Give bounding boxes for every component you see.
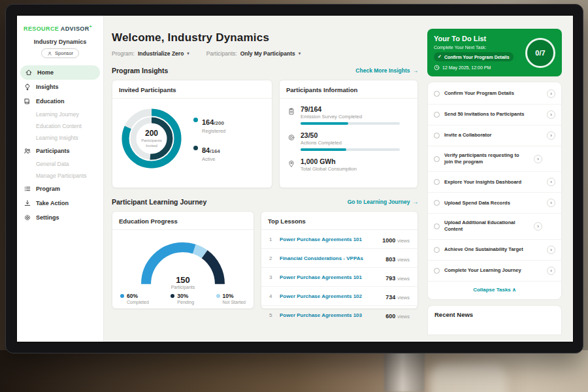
home-icon — [25, 69, 33, 76]
legend-dot — [193, 146, 198, 150]
chevron-right-icon[interactable]: › — [547, 199, 555, 207]
legend-not-started: 10%Not Started — [216, 293, 246, 304]
todo-subtitle: Complete Your Next Task: — [434, 45, 514, 50]
sidebar-item-learning-journey[interactable]: Learning Journey — [17, 108, 103, 120]
arrow-right-icon: → — [413, 67, 419, 74]
sidebar-item-participants[interactable]: Participants — [17, 144, 103, 158]
legend-pending: 30%Pending — [171, 293, 194, 304]
task-row-upload-spend-data[interactable]: Upload Spend Data Records › — [428, 193, 561, 214]
task-checkbox[interactable] — [434, 133, 440, 139]
task-row-send-invitations[interactable]: Send 50 Invitations to Participants › — [428, 105, 561, 125]
sidebar-item-label: Education — [36, 98, 65, 105]
program-insights-title: Program Insights — [112, 67, 168, 74]
info-row-actions: 23/50 Actions Completed — [287, 128, 410, 154]
sponsor-badge-label: Sponsor — [55, 50, 73, 56]
monitor-bezel: RESOURCE ADVISOR+ Industry Dynamics Spon… — [5, 4, 583, 353]
task-checkbox[interactable] — [434, 268, 440, 274]
task-checkbox[interactable] — [434, 91, 440, 97]
task-row-achieve-target[interactable]: Achieve One Sustainability Target › — [428, 240, 561, 261]
learning-journey-title: Participant Learning Journey — [112, 198, 206, 206]
task-row-upload-educational-content[interactable]: Upload Additional Educational Content › — [428, 214, 561, 239]
task-row-explore-insights[interactable]: Explore Your Insights Dashboard › — [428, 172, 561, 193]
card-title: Education Progress — [112, 212, 253, 230]
task-checkbox[interactable] — [434, 247, 440, 253]
legend-registered: 164/200 Registered — [193, 116, 225, 134]
sidebar: RESOURCE ADVISOR+ Industry Dynamics Spon… — [17, 16, 104, 342]
check-more-insights-link[interactable]: Check More Insights → — [355, 67, 418, 74]
task-checkbox[interactable] — [434, 223, 440, 229]
invited-total-label: Participants Invited — [137, 139, 167, 148]
lesson-row: 5 Power Purchase Agreements 103 600views — [261, 306, 417, 324]
sidebar-item-home[interactable]: Home — [20, 65, 100, 80]
task-row-confirm-program[interactable]: Confirm Your Program Details › — [428, 84, 561, 105]
chevron-right-icon[interactable]: › — [547, 90, 555, 98]
todo-due: 12 May 2025, 12:00 PM — [434, 65, 514, 71]
sidebar-item-label: Take Action — [36, 200, 69, 206]
invited-participants-card: Invited Participants 200 Participants In… — [112, 80, 272, 188]
sidebar-item-learning-insights[interactable]: Learning Insights — [17, 132, 103, 144]
sidebar-item-education-content[interactable]: Education Content — [17, 120, 103, 132]
task-checkbox[interactable] — [434, 179, 440, 185]
sidebar-item-take-action[interactable]: Take Action — [17, 196, 103, 210]
lesson-link[interactable]: Power Purchase Agreements 102 — [280, 293, 380, 299]
education-progress-card: Education Progress 150 Participants — [112, 211, 254, 309]
lesson-row: 1 Power Purchase Agreements 101 1000view… — [261, 230, 417, 249]
sidebar-item-education[interactable]: Education — [17, 94, 103, 108]
chevron-down-icon: ▾ — [187, 51, 189, 56]
chevron-right-icon[interactable]: › — [534, 155, 542, 163]
logo-advisor: ADVISOR — [61, 25, 90, 32]
sidebar-item-insights[interactable]: Insights — [17, 80, 103, 94]
top-lessons-card: Top Lessons 1 Power Purchase Agreements … — [261, 211, 418, 309]
task-row-verify-participants[interactable]: Verify participants requesting to join t… — [428, 146, 561, 172]
sidebar-item-program[interactable]: Program — [17, 182, 103, 196]
sidebar-item-label: Insights — [36, 84, 59, 90]
task-checkbox[interactable] — [434, 156, 440, 162]
todo-summary-card: Your To Do List Complete Your Next Task:… — [427, 29, 562, 76]
task-row-complete-learning-journey[interactable]: Complete Your Learning Journey › — [428, 261, 561, 282]
task-list: Confirm Your Program Details › Send 50 I… — [427, 82, 562, 300]
lesson-link[interactable]: Power Purchase Agreements 103 — [280, 312, 380, 318]
card-title: Top Lessons — [261, 212, 417, 230]
sidebar-item-manage-participants[interactable]: Manage Participants — [17, 170, 103, 182]
gauge-value: 150 — [134, 275, 232, 285]
chevron-right-icon[interactable]: › — [547, 110, 555, 119]
person-icon — [47, 51, 52, 56]
logo-plus: + — [90, 24, 93, 29]
go-to-learning-journey-link[interactable]: Go to Learning Journey → — [348, 199, 418, 205]
monitor-stand — [384, 351, 425, 392]
collapse-tasks-button[interactable]: Collapse Tasks ∧ — [428, 282, 561, 298]
actions-progressbar — [301, 148, 400, 151]
recent-news-card: Recent News — [427, 305, 562, 335]
lesson-row: 4 Power Purchase Agreements 102 734views — [261, 287, 417, 306]
sidebar-item-settings[interactable]: Settings — [17, 210, 103, 225]
sidebar-item-label: Participants — [36, 148, 70, 154]
sidebar-item-general-data[interactable]: General Data — [17, 158, 103, 170]
chevron-right-icon[interactable]: › — [547, 178, 555, 186]
lesson-link[interactable]: Financial Considerations - VPPAs — [280, 255, 380, 261]
participants-filter-label: Participants: — [206, 50, 237, 57]
legend-active: 84/164 Active — [193, 144, 225, 162]
chevron-right-icon[interactable]: › — [534, 222, 542, 231]
task-checkbox[interactable] — [434, 112, 440, 118]
people-icon — [24, 147, 31, 155]
task-checkbox[interactable] — [434, 200, 440, 206]
lesson-link[interactable]: Power Purchase Agreements 101 — [280, 237, 377, 242]
chevron-right-icon[interactable]: › — [547, 246, 555, 254]
lesson-link[interactable]: Power Purchase Agreements 101 — [280, 274, 380, 280]
gear-icon — [24, 214, 31, 221]
next-task-pill[interactable]: ✓ Confirm Your Program Details — [434, 52, 514, 61]
filters-row: Program: Industrialize Zero ▾ Participan… — [112, 50, 418, 57]
participants-filter[interactable]: Participants: Only My Participants ▾ — [206, 50, 301, 57]
legend-dot — [193, 118, 198, 122]
chevron-right-icon[interactable]: › — [547, 131, 555, 140]
legend-dot — [120, 294, 124, 298]
target-icon — [287, 133, 295, 141]
legend-completed: 60%Completed — [120, 293, 149, 304]
participants-filter-value: Only My Participants — [240, 50, 295, 57]
task-row-invite-collaborator[interactable]: Invite a Collaborator › — [428, 125, 561, 146]
desk-highlight — [430, 363, 507, 392]
education-legend: 60%Completed 30%Pending 10%Not Started — [112, 290, 253, 304]
program-filter[interactable]: Program: Industrialize Zero ▾ — [112, 50, 189, 57]
program-filter-value: Industrialize Zero — [138, 50, 184, 57]
chevron-right-icon[interactable]: › — [547, 267, 555, 275]
